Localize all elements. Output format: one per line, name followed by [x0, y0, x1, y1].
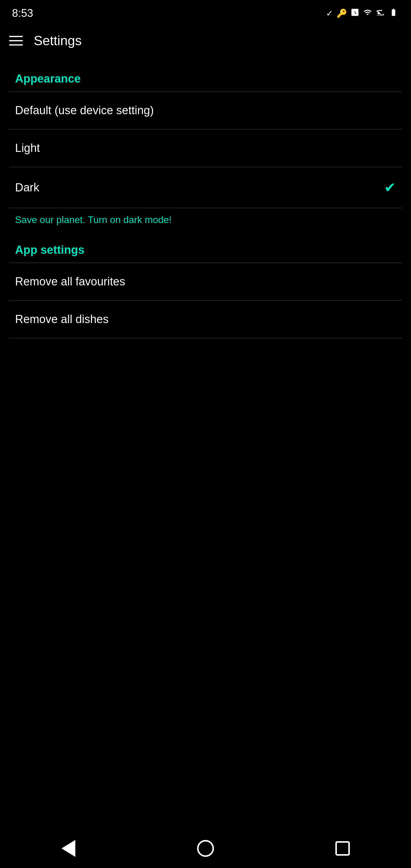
signal-icon [376, 8, 384, 19]
nav-recent-button[interactable] [330, 836, 355, 861]
checkmark-icon: ✔ [384, 179, 396, 195]
option-default[interactable]: Default (use device setting) [0, 92, 411, 129]
app-settings-heading: App settings [0, 235, 411, 262]
toolbar: Settings [0, 24, 411, 57]
nav-home-icon [197, 840, 214, 857]
remove-dishes-label: Remove all dishes [15, 313, 108, 326]
divider-after-dishes [9, 338, 402, 338]
status-time: 8:53 [12, 7, 33, 20]
nav-back-button[interactable] [56, 836, 81, 861]
nfc-icon [351, 8, 359, 19]
hamburger-line-3 [9, 44, 23, 45]
nav-home-button[interactable] [193, 836, 218, 861]
vpn-icon: 🔑 [337, 8, 347, 19]
option-dark-label: Dark [15, 181, 39, 194]
hamburger-line-1 [9, 36, 23, 37]
status-bar: 8:53 ✓ 🔑 [0, 0, 411, 24]
wifi-icon [363, 8, 373, 19]
save-planet-note: Save our planet. Turn on dark mode! [0, 208, 411, 235]
option-default-label: Default (use device setting) [15, 104, 154, 117]
option-light-label: Light [15, 142, 40, 155]
remove-favourites-label: Remove all favourites [15, 275, 125, 288]
page-title: Settings [34, 33, 82, 48]
remove-favourites-item[interactable]: Remove all favourites [0, 263, 411, 300]
option-dark[interactable]: Dark ✔ [0, 167, 411, 208]
nav-back-icon [61, 840, 75, 857]
option-light[interactable]: Light [0, 130, 411, 167]
settings-content: Appearance Default (use device setting) … [0, 57, 411, 344]
nav-bar [0, 829, 411, 868]
task-icon: ✓ [326, 8, 333, 19]
nav-recent-icon [335, 841, 350, 856]
battery-icon [388, 8, 399, 19]
appearance-heading: Appearance [0, 63, 411, 91]
status-icons: ✓ 🔑 [326, 8, 399, 19]
remove-dishes-item[interactable]: Remove all dishes [0, 301, 411, 338]
hamburger-line-2 [9, 40, 23, 41]
hamburger-menu-icon[interactable] [9, 33, 25, 49]
